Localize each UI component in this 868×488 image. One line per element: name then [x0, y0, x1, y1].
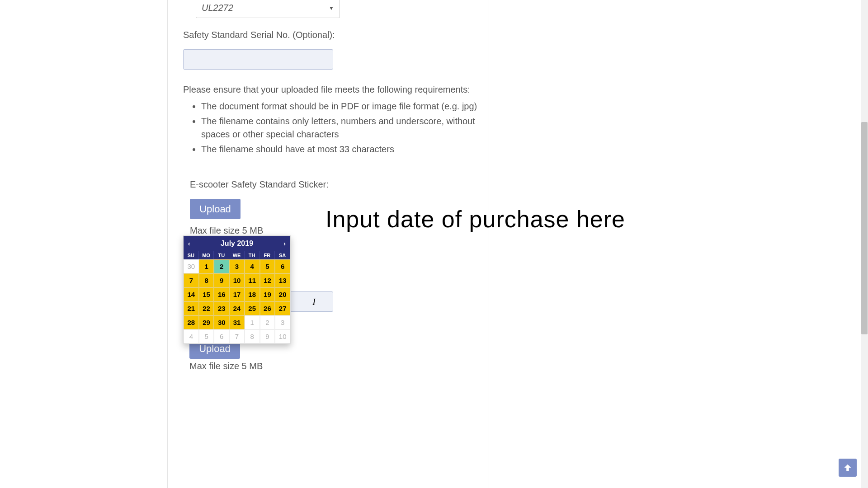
calendar-day: 9: [260, 329, 275, 343]
datepicker: ‹ July 2019 › SU MO TU WE TH FR SA 30123…: [183, 235, 291, 344]
calendar-day[interactable]: 14: [184, 287, 199, 301]
select-value: UL2272: [202, 3, 233, 13]
calendar-day[interactable]: 23: [214, 301, 229, 315]
dow: SU: [184, 251, 199, 259]
calendar-day[interactable]: 31: [229, 315, 245, 329]
dow: SA: [275, 251, 290, 259]
calendar-day[interactable]: 30: [214, 315, 229, 329]
calendar-day[interactable]: 1: [199, 259, 214, 273]
calendar-day[interactable]: 4: [245, 259, 260, 273]
calendar-day[interactable]: 26: [260, 301, 275, 315]
calendar-day[interactable]: 17: [229, 287, 245, 301]
upload-button[interactable]: Upload: [190, 199, 241, 219]
dow: MO: [199, 251, 214, 259]
calendar-day[interactable]: 18: [245, 287, 260, 301]
calendar-day[interactable]: 15: [199, 287, 214, 301]
calendar-dow-row: SU MO TU WE TH FR SA: [184, 251, 290, 259]
calendar-day[interactable]: 27: [275, 301, 290, 315]
calendar-day[interactable]: 20: [275, 287, 290, 301]
calendar-day[interactable]: 24: [229, 301, 245, 315]
dow: FR: [260, 251, 275, 259]
scrollbar[interactable]: [861, 0, 868, 488]
calendar-day: 5: [199, 329, 214, 343]
dow: TU: [214, 251, 229, 259]
calendar-day[interactable]: 10: [229, 273, 245, 287]
calendar-header: ‹ July 2019 ›: [184, 236, 290, 251]
next-month-button[interactable]: ›: [283, 240, 286, 247]
calendar-day: 3: [275, 315, 290, 329]
calendar-day[interactable]: 16: [214, 287, 229, 301]
serial-label: Safety Standard Serial No. (Optional):: [183, 30, 481, 40]
calendar-day[interactable]: 7: [184, 273, 199, 287]
calendar-day[interactable]: 29: [199, 315, 214, 329]
list-item: The document format should be in PDF or …: [201, 99, 481, 114]
text-cursor-icon: I: [312, 296, 316, 307]
calendar-day: 30: [184, 259, 199, 273]
calendar-grid: 3012345678910111213141516171819202122232…: [184, 259, 290, 343]
chevron-down-icon: ▼: [329, 5, 334, 11]
upload-label: Upload: [199, 203, 231, 215]
max-size-hint-2: Max file size 5 MB: [189, 361, 263, 371]
calendar-day[interactable]: 19: [260, 287, 275, 301]
scroll-to-top-button[interactable]: [839, 459, 857, 477]
calendar-title: July 2019: [221, 239, 253, 248]
calendar-day: 4: [184, 329, 199, 343]
calendar-day: 7: [229, 329, 245, 343]
calendar-day: 2: [260, 315, 275, 329]
scrollbar-thumb[interactable]: [861, 122, 868, 334]
serial-input[interactable]: [183, 49, 333, 70]
calendar-day[interactable]: 9: [214, 273, 229, 287]
calendar-day[interactable]: 3: [229, 259, 245, 273]
dow: TH: [245, 251, 260, 259]
list-item: The filename contains only letters, numb…: [201, 114, 481, 142]
calendar-day[interactable]: 21: [184, 301, 199, 315]
annotation-text: Input date of purchase here: [326, 206, 625, 233]
calendar-day: 10: [275, 329, 290, 343]
requirements-intro: Please ensure that your uploaded file me…: [183, 83, 481, 96]
calendar-day[interactable]: 5: [260, 259, 275, 273]
calendar-day[interactable]: 22: [199, 301, 214, 315]
sticker-label: E-scooter Safety Standard Sticker:: [190, 179, 481, 190]
calendar-day: 6: [214, 329, 229, 343]
calendar-day[interactable]: 2: [214, 259, 229, 273]
calendar-day[interactable]: 12: [260, 273, 275, 287]
calendar-day: 1: [245, 315, 260, 329]
calendar-day[interactable]: 11: [245, 273, 260, 287]
calendar-day[interactable]: 13: [275, 273, 290, 287]
prev-month-button[interactable]: ‹: [188, 240, 190, 247]
calendar-day[interactable]: 28: [184, 315, 199, 329]
calendar-day[interactable]: 25: [245, 301, 260, 315]
calendar-day: 8: [245, 329, 260, 343]
dow: WE: [229, 251, 245, 259]
safety-standard-select[interactable]: UL2272 ▼: [196, 0, 340, 18]
arrow-up-icon: [843, 463, 853, 473]
requirements-list: The document format should be in PDF or …: [183, 99, 481, 157]
list-item: The filename should have at most 33 char…: [201, 142, 481, 157]
calendar-day[interactable]: 6: [275, 259, 290, 273]
upload-label-2: Upload: [199, 343, 231, 355]
calendar-day[interactable]: 8: [199, 273, 214, 287]
